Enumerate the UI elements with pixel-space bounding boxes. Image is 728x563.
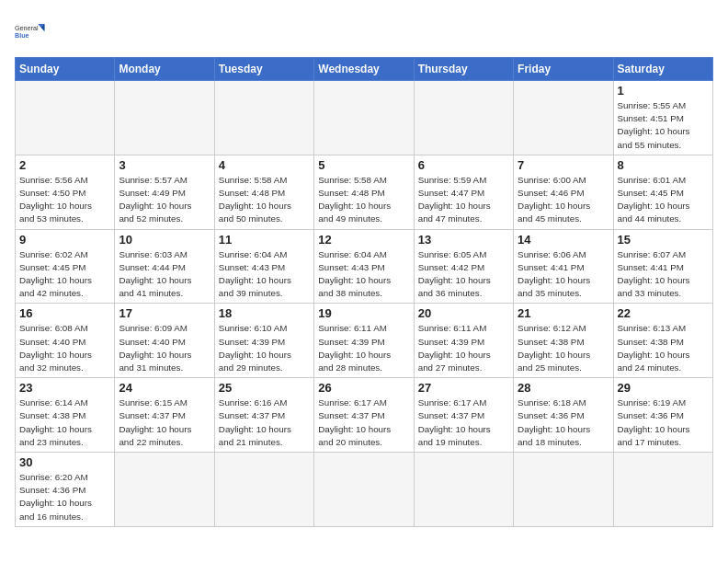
day-info: Sunrise: 6:09 AM Sunset: 4:40 PM Dayligh…	[119, 322, 210, 374]
header: GeneralBlue	[15, 15, 713, 48]
day-number: 23	[19, 381, 110, 395]
day-number: 28	[518, 381, 609, 395]
calendar-day-cell: 25Sunrise: 6:16 AM Sunset: 4:37 PM Dayli…	[214, 378, 313, 453]
day-info: Sunrise: 5:55 AM Sunset: 4:51 PM Dayligh…	[618, 99, 709, 152]
calendar-day-cell	[314, 453, 414, 527]
day-info: Sunrise: 5:56 AM Sunset: 4:50 PM Dayligh…	[19, 174, 110, 226]
day-info: Sunrise: 6:10 AM Sunset: 4:39 PM Dayligh…	[219, 322, 310, 374]
calendar-week-row: 16Sunrise: 6:08 AM Sunset: 4:40 PM Dayli…	[16, 304, 713, 378]
calendar-day-cell: 21Sunrise: 6:12 AM Sunset: 4:38 PM Dayli…	[514, 304, 613, 378]
day-number: 18	[219, 306, 310, 320]
generalblue-logo-icon: GeneralBlue	[15, 15, 48, 48]
calendar-week-row: 2Sunrise: 5:56 AM Sunset: 4:50 PM Daylig…	[16, 155, 713, 229]
day-info: Sunrise: 6:20 AM Sunset: 4:36 PM Dayligh…	[19, 471, 110, 523]
calendar-day-cell: 19Sunrise: 6:11 AM Sunset: 4:39 PM Dayli…	[314, 304, 414, 378]
calendar-header: SundayMondayTuesdayWednesdayThursdayFrid…	[16, 58, 713, 81]
day-info: Sunrise: 6:16 AM Sunset: 4:37 PM Dayligh…	[219, 396, 310, 449]
calendar-day-cell: 18Sunrise: 6:10 AM Sunset: 4:39 PM Dayli…	[214, 304, 313, 378]
day-number: 27	[418, 381, 509, 395]
calendar-day-cell: 3Sunrise: 5:57 AM Sunset: 4:49 PM Daylig…	[115, 155, 214, 229]
calendar-day-cell	[214, 81, 313, 155]
calendar-day-cell	[414, 81, 513, 155]
weekday-header-monday: Monday	[115, 58, 214, 81]
day-number: 29	[618, 381, 709, 395]
day-number: 1	[618, 84, 709, 98]
day-number: 17	[119, 306, 210, 320]
calendar-day-cell: 8Sunrise: 6:01 AM Sunset: 4:45 PM Daylig…	[613, 155, 712, 229]
day-info: Sunrise: 6:13 AM Sunset: 4:38 PM Dayligh…	[618, 322, 709, 374]
day-number: 11	[219, 233, 310, 247]
weekday-header-sunday: Sunday	[16, 58, 115, 81]
day-info: Sunrise: 5:57 AM Sunset: 4:49 PM Dayligh…	[119, 174, 210, 226]
day-number: 24	[119, 381, 210, 395]
calendar-week-row: 1Sunrise: 5:55 AM Sunset: 4:51 PM Daylig…	[16, 81, 713, 155]
calendar-day-cell: 29Sunrise: 6:19 AM Sunset: 4:36 PM Dayli…	[613, 378, 712, 453]
day-info: Sunrise: 6:11 AM Sunset: 4:39 PM Dayligh…	[418, 322, 509, 374]
calendar-day-cell	[115, 81, 214, 155]
day-info: Sunrise: 6:05 AM Sunset: 4:42 PM Dayligh…	[418, 248, 509, 301]
day-number: 14	[518, 233, 609, 247]
day-number: 15	[618, 233, 709, 247]
weekday-header-friday: Friday	[514, 58, 613, 81]
calendar-day-cell	[214, 453, 313, 527]
weekday-header-row: SundayMondayTuesdayWednesdayThursdayFrid…	[16, 58, 713, 81]
calendar-day-cell: 30Sunrise: 6:20 AM Sunset: 4:36 PM Dayli…	[16, 453, 115, 527]
calendar-day-cell: 24Sunrise: 6:15 AM Sunset: 4:37 PM Dayli…	[115, 378, 214, 453]
calendar-day-cell: 9Sunrise: 6:02 AM Sunset: 4:45 PM Daylig…	[16, 229, 115, 304]
calendar-day-cell	[314, 81, 414, 155]
day-info: Sunrise: 6:11 AM Sunset: 4:39 PM Dayligh…	[318, 322, 409, 374]
weekday-header-thursday: Thursday	[414, 58, 513, 81]
day-number: 12	[318, 233, 409, 247]
calendar-day-cell: 14Sunrise: 6:06 AM Sunset: 4:41 PM Dayli…	[514, 229, 613, 304]
day-info: Sunrise: 6:17 AM Sunset: 4:37 PM Dayligh…	[418, 396, 509, 449]
weekday-header-tuesday: Tuesday	[214, 58, 313, 81]
day-number: 6	[418, 158, 509, 172]
day-number: 2	[19, 158, 110, 172]
calendar-week-row: 9Sunrise: 6:02 AM Sunset: 4:45 PM Daylig…	[16, 229, 713, 304]
calendar-day-cell	[613, 453, 712, 527]
day-info: Sunrise: 6:00 AM Sunset: 4:46 PM Dayligh…	[518, 174, 609, 226]
day-number: 20	[418, 306, 509, 320]
day-info: Sunrise: 6:07 AM Sunset: 4:41 PM Dayligh…	[618, 248, 709, 301]
calendar-day-cell: 1Sunrise: 5:55 AM Sunset: 4:51 PM Daylig…	[613, 81, 712, 155]
day-info: Sunrise: 6:06 AM Sunset: 4:41 PM Dayligh…	[518, 248, 609, 301]
day-info: Sunrise: 6:01 AM Sunset: 4:45 PM Dayligh…	[618, 174, 709, 226]
day-number: 3	[119, 158, 210, 172]
calendar-day-cell	[414, 453, 513, 527]
day-info: Sunrise: 5:58 AM Sunset: 4:48 PM Dayligh…	[318, 174, 409, 226]
calendar-day-cell: 23Sunrise: 6:14 AM Sunset: 4:38 PM Dayli…	[16, 378, 115, 453]
day-number: 9	[19, 233, 110, 247]
day-info: Sunrise: 6:12 AM Sunset: 4:38 PM Dayligh…	[518, 322, 609, 374]
calendar-day-cell	[514, 453, 613, 527]
day-number: 26	[318, 381, 409, 395]
day-number: 19	[318, 306, 409, 320]
svg-text:Blue: Blue	[15, 31, 29, 40]
weekday-header-saturday: Saturday	[613, 58, 712, 81]
day-info: Sunrise: 6:08 AM Sunset: 4:40 PM Dayligh…	[19, 322, 110, 374]
day-info: Sunrise: 6:04 AM Sunset: 4:43 PM Dayligh…	[219, 248, 310, 301]
day-info: Sunrise: 6:03 AM Sunset: 4:44 PM Dayligh…	[119, 248, 210, 301]
day-number: 4	[219, 158, 310, 172]
calendar-day-cell	[115, 453, 214, 527]
calendar-day-cell: 5Sunrise: 5:58 AM Sunset: 4:48 PM Daylig…	[314, 155, 414, 229]
day-info: Sunrise: 5:59 AM Sunset: 4:47 PM Dayligh…	[418, 174, 509, 226]
calendar-day-cell: 26Sunrise: 6:17 AM Sunset: 4:37 PM Dayli…	[314, 378, 414, 453]
day-number: 13	[418, 233, 509, 247]
page: GeneralBlue SundayMondayTuesdayWednesday…	[0, 0, 728, 563]
calendar-day-cell: 13Sunrise: 6:05 AM Sunset: 4:42 PM Dayli…	[414, 229, 513, 304]
calendar-day-cell: 2Sunrise: 5:56 AM Sunset: 4:50 PM Daylig…	[16, 155, 115, 229]
day-info: Sunrise: 6:15 AM Sunset: 4:37 PM Dayligh…	[119, 396, 210, 449]
svg-text:General: General	[15, 24, 39, 32]
day-number: 5	[318, 158, 409, 172]
calendar-day-cell: 12Sunrise: 6:04 AM Sunset: 4:43 PM Dayli…	[314, 229, 414, 304]
day-number: 22	[618, 306, 709, 320]
calendar-body: 1Sunrise: 5:55 AM Sunset: 4:51 PM Daylig…	[16, 81, 713, 527]
calendar-day-cell	[514, 81, 613, 155]
calendar-day-cell: 4Sunrise: 5:58 AM Sunset: 4:48 PM Daylig…	[214, 155, 313, 229]
calendar-day-cell: 7Sunrise: 6:00 AM Sunset: 4:46 PM Daylig…	[514, 155, 613, 229]
calendar-day-cell: 17Sunrise: 6:09 AM Sunset: 4:40 PM Dayli…	[115, 304, 214, 378]
calendar-day-cell: 11Sunrise: 6:04 AM Sunset: 4:43 PM Dayli…	[214, 229, 313, 304]
calendar-day-cell: 6Sunrise: 5:59 AM Sunset: 4:47 PM Daylig…	[414, 155, 513, 229]
day-number: 8	[618, 158, 709, 172]
day-info: Sunrise: 6:19 AM Sunset: 4:36 PM Dayligh…	[618, 396, 709, 449]
